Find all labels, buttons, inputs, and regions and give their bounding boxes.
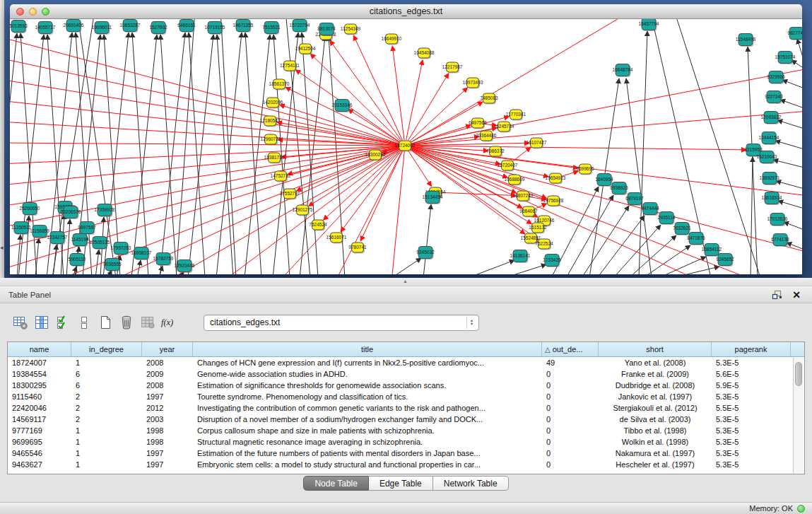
graph-node-teal[interactable]: 17012636 xyxy=(767,214,788,227)
panel-divider[interactable]: ▲ xyxy=(0,278,812,286)
table-vertical-scrollbar[interactable] xyxy=(793,358,804,473)
close-panel-icon[interactable]: ✕ xyxy=(789,288,804,301)
minimize-window-icon[interactable] xyxy=(29,8,37,16)
graph-node-teal[interactable]: 5013553 xyxy=(10,21,28,34)
graph-node-teal[interactable]: 9474444 xyxy=(641,203,659,216)
graph-node-teal[interactable]: 6774138 xyxy=(771,234,789,247)
graph-node-yellow[interactable]: 11770341 xyxy=(506,110,526,121)
graph-node-teal[interactable]: 10653287 xyxy=(120,20,141,33)
graph-node-yellow[interactable]: 12217987 xyxy=(442,62,463,74)
black-edge[interactable] xyxy=(286,19,310,274)
graph-node-teal[interactable]: 15751074 xyxy=(775,52,796,65)
graph-node-teal[interactable]: 12923448 xyxy=(175,260,195,274)
red-edge[interactable] xyxy=(330,40,402,141)
graph-node-teal[interactable]: 19096011 xyxy=(92,22,112,35)
float-window-icon[interactable] xyxy=(770,288,784,301)
graph-node-teal[interactable]: 13616514 xyxy=(762,192,782,206)
black-edge[interactable] xyxy=(131,35,157,274)
graph-node-yellow[interactable]: 16245734 xyxy=(494,122,514,133)
new-table-button[interactable] xyxy=(96,313,114,332)
graph-node-teal[interactable]: 7515521 xyxy=(262,22,281,35)
zoom-window-icon[interactable] xyxy=(42,8,49,16)
graph-node-yellow[interactable]: 7986372 xyxy=(486,146,505,158)
graph-node-teal[interactable]: 6879197 xyxy=(625,193,644,206)
red-edge[interactable] xyxy=(392,146,405,274)
graph-node-yellow[interactable]: 18300295 xyxy=(365,150,386,161)
black-edge[interactable] xyxy=(778,201,802,209)
red-edge[interactable] xyxy=(409,88,468,142)
graph-node-teal[interactable]: 11350511 xyxy=(11,222,31,235)
black-edge[interactable] xyxy=(132,33,148,274)
red-edge[interactable] xyxy=(512,147,531,162)
table-row[interactable]: 1872400712008Changes of HCN gene express… xyxy=(8,357,804,368)
graph-node-yellow[interactable]: 15720407 xyxy=(498,160,518,172)
graph-node-yellow[interactable]: 15616071 xyxy=(326,233,347,244)
network-window-titlebar[interactable]: citations_edges.txt xyxy=(10,4,802,19)
black-edge[interactable] xyxy=(137,260,141,274)
black-edge[interactable] xyxy=(66,219,70,274)
graph-node-teal[interactable]: 14055717 xyxy=(35,22,56,35)
black-edge[interactable] xyxy=(672,267,719,274)
red-edge[interactable] xyxy=(411,117,510,144)
black-edge[interactable] xyxy=(626,78,652,274)
table-settings-button[interactable] xyxy=(11,313,29,332)
graph-node-teal[interactable]: 1145194 xyxy=(71,234,89,247)
black-edge[interactable] xyxy=(775,141,802,149)
graph-node-yellow[interactable]: 10454088 xyxy=(414,48,435,59)
black-edge[interactable] xyxy=(95,250,99,274)
graph-node-teal[interactable]: 17359928 xyxy=(95,204,115,218)
clear-selection-button[interactable] xyxy=(75,313,93,332)
graph-node-yellow[interactable]: 9780741 xyxy=(348,243,367,254)
black-edge[interactable] xyxy=(777,120,802,129)
graph-node-teal[interactable]: 10719155 xyxy=(205,22,225,35)
graph-node-teal[interactable]: 25260650 xyxy=(20,203,40,216)
select-rows-button[interactable] xyxy=(54,313,71,332)
graph-node-teal[interactable]: 5905110 xyxy=(69,254,86,267)
black-edge[interactable] xyxy=(776,181,802,189)
graph-node-yellow[interactable]: 7522524 xyxy=(535,239,553,250)
graph-node-teal[interactable]: 7632621 xyxy=(673,223,691,236)
graph-node-yellow[interactable]: 9699695 xyxy=(576,164,594,175)
column-header-in_degree[interactable]: in_degree xyxy=(71,342,142,356)
graph-node-teal[interactable]: 15722794 xyxy=(290,20,310,33)
red-edge[interactable] xyxy=(392,46,404,140)
red-edge[interactable] xyxy=(353,35,402,141)
black-edge[interactable] xyxy=(582,206,629,274)
black-edge[interactable] xyxy=(639,31,647,274)
graph-node-teal[interactable]: 8813074 xyxy=(317,23,336,37)
graph-node-teal[interactable]: 6466161 xyxy=(177,20,196,33)
black-edge[interactable] xyxy=(103,33,129,274)
red-edge[interactable] xyxy=(441,192,516,195)
table-row[interactable]: 946554611997Estimation of the future num… xyxy=(8,448,804,459)
graph-node-yellow[interactable]: 9684067 xyxy=(519,206,538,218)
red-edge[interactable] xyxy=(408,74,449,141)
black-edge[interactable] xyxy=(751,157,753,274)
tab-network-table[interactable]: Network Table xyxy=(433,476,509,491)
tab-node-table[interactable]: Node Table xyxy=(303,476,369,491)
black-edge[interactable] xyxy=(784,222,802,230)
column-header-year[interactable]: year xyxy=(142,342,193,356)
graph-node-yellow[interactable]: 12754111 xyxy=(280,61,300,72)
table-row[interactable]: 1456911722003Disruption of a novel membe… xyxy=(8,414,804,425)
graph-node-teal[interactable]: 2935114 xyxy=(658,212,676,226)
red-edge[interactable] xyxy=(286,87,400,143)
table-selector[interactable]: citations_edges.txt ▲▼ xyxy=(204,315,479,331)
network-view[interactable]: 1872400722460818194125041275411118561370… xyxy=(10,19,802,274)
column-header-out_de[interactable]: △out_de... xyxy=(542,342,599,356)
graph-node-teal[interactable]: 20691406 xyxy=(64,20,84,33)
graph-node-yellow[interactable]: 10973493 xyxy=(463,78,483,89)
table-row[interactable]: 977716911998Corpus callosum shape and si… xyxy=(8,425,804,436)
table-row[interactable]: 969969511998Structural magnetic resonanc… xyxy=(8,436,804,448)
graph-node-teal[interactable]: 16958107 xyxy=(131,247,152,261)
graph-node-teal[interactable]: 9245652 xyxy=(716,254,734,267)
tab-edge-table[interactable]: Edge Table xyxy=(369,476,433,491)
graph-node-yellow[interactable]: 17180547 xyxy=(260,116,281,127)
graph-node-yellow[interactable]: 18807249 xyxy=(513,191,534,202)
graph-node-teal[interactable]: 16210643 xyxy=(757,151,777,165)
function-builder-button[interactable]: f(x) xyxy=(160,313,177,332)
graph-node-yellow[interactable]: 14202096 xyxy=(263,98,283,109)
graph-node-teal[interactable]: 9329966 xyxy=(767,71,785,85)
red-edge[interactable] xyxy=(10,122,405,146)
graph-node-yellow[interactable]: 12901275 xyxy=(293,205,313,216)
graph-node-teal[interactable]: 11548498 xyxy=(736,34,756,47)
